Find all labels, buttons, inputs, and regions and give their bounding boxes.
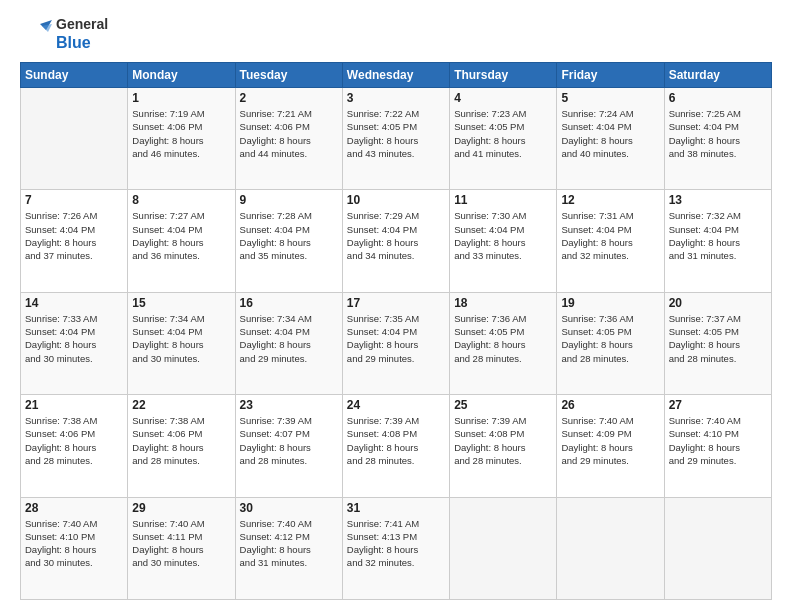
day-info: Sunrise: 7:38 AMSunset: 4:06 PMDaylight:… xyxy=(132,414,230,467)
logo-bird-icon xyxy=(20,18,52,50)
day-number: 2 xyxy=(240,91,338,105)
day-number: 25 xyxy=(454,398,552,412)
calendar-cell: 21Sunrise: 7:38 AMSunset: 4:06 PMDayligh… xyxy=(21,395,128,497)
calendar-cell: 9Sunrise: 7:28 AMSunset: 4:04 PMDaylight… xyxy=(235,190,342,292)
day-info: Sunrise: 7:19 AMSunset: 4:06 PMDaylight:… xyxy=(132,107,230,160)
logo-blue-text: Blue xyxy=(56,33,108,52)
day-info: Sunrise: 7:21 AMSunset: 4:06 PMDaylight:… xyxy=(240,107,338,160)
calendar-week-3: 14Sunrise: 7:33 AMSunset: 4:04 PMDayligh… xyxy=(21,292,772,394)
calendar-cell: 23Sunrise: 7:39 AMSunset: 4:07 PMDayligh… xyxy=(235,395,342,497)
day-number: 9 xyxy=(240,193,338,207)
calendar-cell: 16Sunrise: 7:34 AMSunset: 4:04 PMDayligh… xyxy=(235,292,342,394)
day-number: 6 xyxy=(669,91,767,105)
day-number: 15 xyxy=(132,296,230,310)
calendar-cell: 12Sunrise: 7:31 AMSunset: 4:04 PMDayligh… xyxy=(557,190,664,292)
day-number: 8 xyxy=(132,193,230,207)
calendar-cell xyxy=(664,497,771,599)
calendar-cell: 22Sunrise: 7:38 AMSunset: 4:06 PMDayligh… xyxy=(128,395,235,497)
day-number: 1 xyxy=(132,91,230,105)
calendar-dow-tuesday: Tuesday xyxy=(235,62,342,87)
day-number: 5 xyxy=(561,91,659,105)
calendar-cell xyxy=(450,497,557,599)
day-info: Sunrise: 7:34 AMSunset: 4:04 PMDaylight:… xyxy=(240,312,338,365)
day-number: 20 xyxy=(669,296,767,310)
day-number: 30 xyxy=(240,501,338,515)
day-number: 10 xyxy=(347,193,445,207)
calendar-table: SundayMondayTuesdayWednesdayThursdayFrid… xyxy=(20,62,772,600)
day-info: Sunrise: 7:37 AMSunset: 4:05 PMDaylight:… xyxy=(669,312,767,365)
day-info: Sunrise: 7:38 AMSunset: 4:06 PMDaylight:… xyxy=(25,414,123,467)
day-number: 17 xyxy=(347,296,445,310)
day-info: Sunrise: 7:29 AMSunset: 4:04 PMDaylight:… xyxy=(347,209,445,262)
day-number: 29 xyxy=(132,501,230,515)
day-number: 21 xyxy=(25,398,123,412)
day-number: 7 xyxy=(25,193,123,207)
calendar-cell: 28Sunrise: 7:40 AMSunset: 4:10 PMDayligh… xyxy=(21,497,128,599)
day-number: 19 xyxy=(561,296,659,310)
calendar-cell xyxy=(557,497,664,599)
calendar-cell: 2Sunrise: 7:21 AMSunset: 4:06 PMDaylight… xyxy=(235,87,342,189)
day-info: Sunrise: 7:41 AMSunset: 4:13 PMDaylight:… xyxy=(347,517,445,570)
day-info: Sunrise: 7:40 AMSunset: 4:12 PMDaylight:… xyxy=(240,517,338,570)
day-info: Sunrise: 7:24 AMSunset: 4:04 PMDaylight:… xyxy=(561,107,659,160)
calendar-week-2: 7Sunrise: 7:26 AMSunset: 4:04 PMDaylight… xyxy=(21,190,772,292)
calendar-cell: 17Sunrise: 7:35 AMSunset: 4:04 PMDayligh… xyxy=(342,292,449,394)
day-number: 16 xyxy=(240,296,338,310)
day-number: 26 xyxy=(561,398,659,412)
calendar-cell: 14Sunrise: 7:33 AMSunset: 4:04 PMDayligh… xyxy=(21,292,128,394)
day-info: Sunrise: 7:36 AMSunset: 4:05 PMDaylight:… xyxy=(561,312,659,365)
day-number: 11 xyxy=(454,193,552,207)
day-info: Sunrise: 7:40 AMSunset: 4:10 PMDaylight:… xyxy=(669,414,767,467)
page: General Blue SundayMondayTuesdayWednesda… xyxy=(0,0,792,612)
calendar-cell: 11Sunrise: 7:30 AMSunset: 4:04 PMDayligh… xyxy=(450,190,557,292)
day-number: 23 xyxy=(240,398,338,412)
calendar-dow-monday: Monday xyxy=(128,62,235,87)
calendar-week-1: 1Sunrise: 7:19 AMSunset: 4:06 PMDaylight… xyxy=(21,87,772,189)
calendar-cell: 29Sunrise: 7:40 AMSunset: 4:11 PMDayligh… xyxy=(128,497,235,599)
calendar-cell: 30Sunrise: 7:40 AMSunset: 4:12 PMDayligh… xyxy=(235,497,342,599)
logo-text: General Blue xyxy=(56,16,108,52)
calendar-cell: 6Sunrise: 7:25 AMSunset: 4:04 PMDaylight… xyxy=(664,87,771,189)
calendar-cell: 26Sunrise: 7:40 AMSunset: 4:09 PMDayligh… xyxy=(557,395,664,497)
day-number: 13 xyxy=(669,193,767,207)
day-info: Sunrise: 7:39 AMSunset: 4:08 PMDaylight:… xyxy=(347,414,445,467)
day-number: 4 xyxy=(454,91,552,105)
day-info: Sunrise: 7:40 AMSunset: 4:09 PMDaylight:… xyxy=(561,414,659,467)
day-number: 24 xyxy=(347,398,445,412)
calendar-week-5: 28Sunrise: 7:40 AMSunset: 4:10 PMDayligh… xyxy=(21,497,772,599)
calendar-cell xyxy=(21,87,128,189)
day-info: Sunrise: 7:27 AMSunset: 4:04 PMDaylight:… xyxy=(132,209,230,262)
logo-general-text: General xyxy=(56,16,108,33)
day-info: Sunrise: 7:40 AMSunset: 4:10 PMDaylight:… xyxy=(25,517,123,570)
day-info: Sunrise: 7:23 AMSunset: 4:05 PMDaylight:… xyxy=(454,107,552,160)
calendar-week-4: 21Sunrise: 7:38 AMSunset: 4:06 PMDayligh… xyxy=(21,395,772,497)
day-info: Sunrise: 7:34 AMSunset: 4:04 PMDaylight:… xyxy=(132,312,230,365)
day-info: Sunrise: 7:25 AMSunset: 4:04 PMDaylight:… xyxy=(669,107,767,160)
calendar-cell: 10Sunrise: 7:29 AMSunset: 4:04 PMDayligh… xyxy=(342,190,449,292)
day-info: Sunrise: 7:22 AMSunset: 4:05 PMDaylight:… xyxy=(347,107,445,160)
calendar-dow-friday: Friday xyxy=(557,62,664,87)
day-info: Sunrise: 7:26 AMSunset: 4:04 PMDaylight:… xyxy=(25,209,123,262)
day-number: 31 xyxy=(347,501,445,515)
day-number: 18 xyxy=(454,296,552,310)
calendar-cell: 15Sunrise: 7:34 AMSunset: 4:04 PMDayligh… xyxy=(128,292,235,394)
day-info: Sunrise: 7:32 AMSunset: 4:04 PMDaylight:… xyxy=(669,209,767,262)
calendar-cell: 4Sunrise: 7:23 AMSunset: 4:05 PMDaylight… xyxy=(450,87,557,189)
calendar-cell: 31Sunrise: 7:41 AMSunset: 4:13 PMDayligh… xyxy=(342,497,449,599)
calendar-cell: 1Sunrise: 7:19 AMSunset: 4:06 PMDaylight… xyxy=(128,87,235,189)
calendar-dow-thursday: Thursday xyxy=(450,62,557,87)
day-number: 28 xyxy=(25,501,123,515)
logo: General Blue xyxy=(20,16,108,52)
calendar-cell: 3Sunrise: 7:22 AMSunset: 4:05 PMDaylight… xyxy=(342,87,449,189)
calendar-cell: 8Sunrise: 7:27 AMSunset: 4:04 PMDaylight… xyxy=(128,190,235,292)
calendar-cell: 24Sunrise: 7:39 AMSunset: 4:08 PMDayligh… xyxy=(342,395,449,497)
day-number: 22 xyxy=(132,398,230,412)
calendar-cell: 5Sunrise: 7:24 AMSunset: 4:04 PMDaylight… xyxy=(557,87,664,189)
calendar-cell: 7Sunrise: 7:26 AMSunset: 4:04 PMDaylight… xyxy=(21,190,128,292)
day-info: Sunrise: 7:35 AMSunset: 4:04 PMDaylight:… xyxy=(347,312,445,365)
day-info: Sunrise: 7:30 AMSunset: 4:04 PMDaylight:… xyxy=(454,209,552,262)
day-info: Sunrise: 7:40 AMSunset: 4:11 PMDaylight:… xyxy=(132,517,230,570)
calendar-cell: 27Sunrise: 7:40 AMSunset: 4:10 PMDayligh… xyxy=(664,395,771,497)
day-info: Sunrise: 7:39 AMSunset: 4:07 PMDaylight:… xyxy=(240,414,338,467)
calendar-cell: 25Sunrise: 7:39 AMSunset: 4:08 PMDayligh… xyxy=(450,395,557,497)
